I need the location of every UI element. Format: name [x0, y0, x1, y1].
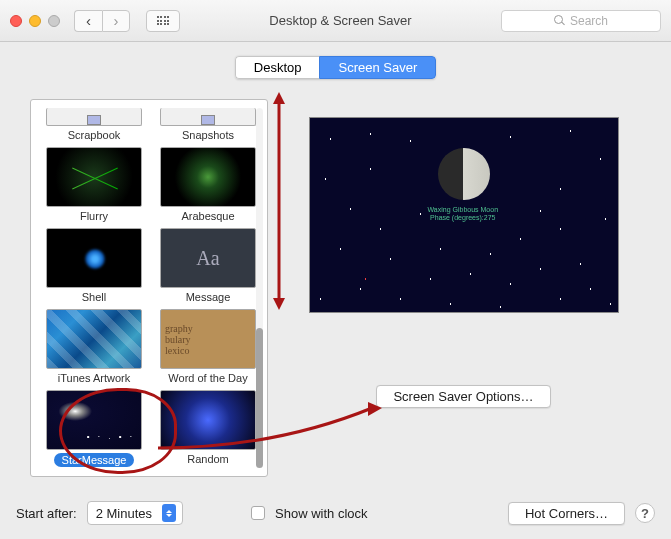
- saver-thumbnail: [46, 390, 142, 450]
- saver-item-random[interactable]: Random: [153, 390, 263, 467]
- preview-caption: Waxing Gibbous Moon Phase (degrees):275: [428, 206, 499, 223]
- window-titlebar: ‹ › Desktop & Screen Saver Search: [0, 0, 671, 42]
- zoom-icon: [48, 15, 60, 27]
- saver-label: Word of the Day: [168, 372, 247, 384]
- nav-back-forward: ‹ ›: [74, 10, 130, 32]
- bottom-bar: Start after: 2 Minutes Show with clock H…: [16, 501, 655, 525]
- scrollbar-track[interactable]: [256, 108, 263, 468]
- close-icon[interactable]: [10, 15, 22, 27]
- window-title: Desktop & Screen Saver: [188, 13, 493, 28]
- saver-item-arabesque[interactable]: Arabesque: [153, 147, 263, 222]
- saver-thumbnail: [160, 147, 256, 207]
- show-all-button[interactable]: [146, 10, 180, 32]
- search-placeholder: Search: [570, 14, 608, 28]
- back-button[interactable]: ‹: [74, 10, 102, 32]
- saver-item-flurry[interactable]: Flurry: [39, 147, 149, 222]
- content-area: ScrapbookSnapshotsFlurryArabesqueShellAa…: [16, 89, 655, 491]
- grid-icon: [157, 16, 170, 25]
- search-icon: [554, 15, 565, 26]
- saver-item-snapshots[interactable]: Snapshots: [153, 108, 263, 141]
- saver-item-itunes-artwork[interactable]: iTunes Artwork: [39, 309, 149, 384]
- saver-label: Flurry: [80, 210, 108, 222]
- show-with-clock-checkbox[interactable]: [251, 506, 265, 520]
- screensaver-list[interactable]: ScrapbookSnapshotsFlurryArabesqueShellAa…: [30, 99, 268, 477]
- saver-label: Arabesque: [181, 210, 234, 222]
- saver-thumbnail: graphybularylexico: [160, 309, 256, 369]
- saver-item-shell[interactable]: Shell: [39, 228, 149, 303]
- saver-thumbnail: [46, 108, 142, 126]
- help-button[interactable]: ?: [635, 503, 655, 523]
- saver-thumbnail: [46, 309, 142, 369]
- saver-item-word-of-the-day[interactable]: graphybularylexicoWord of the Day: [153, 309, 263, 384]
- start-after-select[interactable]: 2 Minutes: [87, 501, 183, 525]
- saver-label: Random: [187, 453, 229, 465]
- screensaver-options-button[interactable]: Screen Saver Options…: [376, 385, 550, 408]
- saver-thumbnail: [46, 228, 142, 288]
- saver-item-message[interactable]: AaMessage: [153, 228, 263, 303]
- minimize-icon[interactable]: [29, 15, 41, 27]
- saver-label: Snapshots: [182, 129, 234, 141]
- saver-thumbnail: [160, 108, 256, 126]
- saver-label: Scrapbook: [68, 129, 121, 141]
- saver-item-starmessage[interactable]: StarMessage: [39, 390, 149, 467]
- hot-corners-button[interactable]: Hot Corners…: [508, 502, 625, 525]
- saver-thumbnail: [160, 390, 256, 450]
- tab-desktop[interactable]: Desktop: [235, 56, 320, 79]
- tab-bar: Desktop Screen Saver: [0, 42, 671, 89]
- saver-thumbnail: Aa: [160, 228, 256, 288]
- chevron-updown-icon: [162, 504, 176, 522]
- saver-thumbnail: [46, 147, 142, 207]
- preview-panel: Waxing Gibbous Moon Phase (degrees):275 …: [286, 99, 641, 477]
- saver-label: Message: [186, 291, 231, 303]
- start-after-label: Start after:: [16, 506, 77, 521]
- saver-label: Shell: [82, 291, 106, 303]
- show-with-clock-label: Show with clock: [275, 506, 367, 521]
- saver-label: iTunes Artwork: [58, 372, 130, 384]
- tab-screensaver[interactable]: Screen Saver: [319, 56, 436, 79]
- search-input[interactable]: Search: [501, 10, 661, 32]
- forward-button: ›: [102, 10, 130, 32]
- scrollbar-thumb[interactable]: [256, 328, 263, 468]
- saver-item-scrapbook[interactable]: Scrapbook: [39, 108, 149, 141]
- traffic-lights: [10, 15, 60, 27]
- start-after-value: 2 Minutes: [96, 506, 152, 521]
- moon-icon: [438, 148, 490, 200]
- screensaver-preview: Waxing Gibbous Moon Phase (degrees):275: [309, 117, 619, 313]
- saver-label: StarMessage: [54, 453, 135, 467]
